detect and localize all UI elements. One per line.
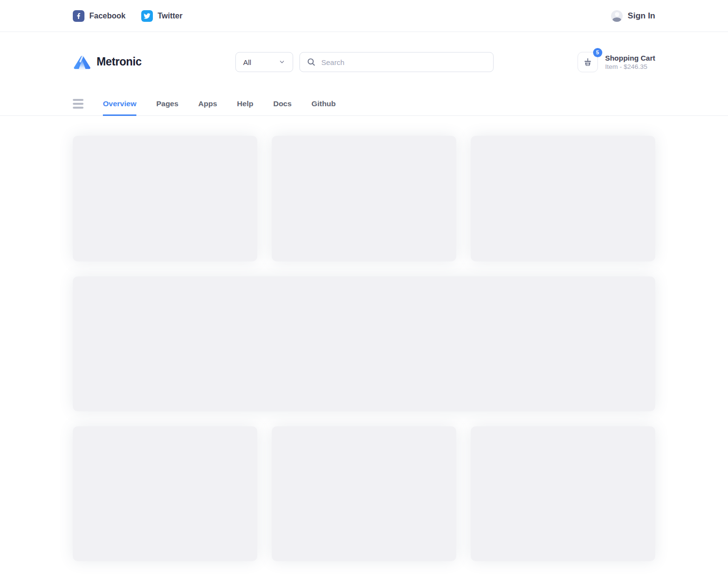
logo[interactable]: Metronic [73,55,142,69]
category-select[interactable]: All [235,52,293,72]
nav-item-apps[interactable]: Apps [199,92,217,115]
search-box [299,52,494,72]
nav-item-docs[interactable]: Docs [273,92,292,115]
cart-subtitle: Item - $246.35 [605,63,655,70]
placeholder-card [73,136,257,261]
search-icon [307,57,316,66]
sign-in-button[interactable]: Sign In [611,10,655,22]
nav-item-github[interactable]: Github [312,92,336,115]
sign-in-label: Sign In [628,11,655,21]
placeholder-card [272,426,456,561]
basket-icon [582,57,593,67]
cart-button[interactable]: 5 [578,52,598,72]
search-group: All [235,52,494,72]
nav-item-overview[interactable]: Overview [103,92,136,115]
content-area [0,116,728,582]
shopping-cart: 5 Shopping Cart Item - $246.35 [578,52,655,72]
placeholder-card [73,426,257,561]
placeholder-card [272,136,456,261]
search-input[interactable] [321,58,486,66]
nav-items: Overview Pages Apps Help Docs Github [103,92,356,115]
facebook-icon [73,10,84,22]
main-navbar: Overview Pages Apps Help Docs Github [0,92,728,116]
category-select-value: All [243,58,251,66]
twitter-link[interactable]: Twitter [141,10,182,22]
topbar: Facebook Twitter Sign In [0,0,728,32]
placeholder-card [471,426,655,561]
placeholder-card [471,136,655,261]
nav-item-pages[interactable]: Pages [156,92,179,115]
nav-item-help[interactable]: Help [237,92,253,115]
facebook-label: Facebook [89,12,126,20]
cart-title: Shopping Cart [605,53,655,63]
cart-info: Shopping Cart Item - $246.35 [605,53,655,70]
logo-text: Metronic [97,55,142,68]
twitter-icon [141,10,153,22]
placeholder-banner [73,276,655,411]
main-header: Metronic All [0,32,728,92]
user-avatar-icon [611,10,623,22]
twitter-label: Twitter [158,12,182,20]
metronic-logo-icon [73,55,92,69]
cart-count-badge: 5 [593,48,602,57]
hamburger-menu-icon[interactable] [73,92,83,115]
chevron-down-icon [279,59,285,65]
facebook-link[interactable]: Facebook [73,10,126,22]
